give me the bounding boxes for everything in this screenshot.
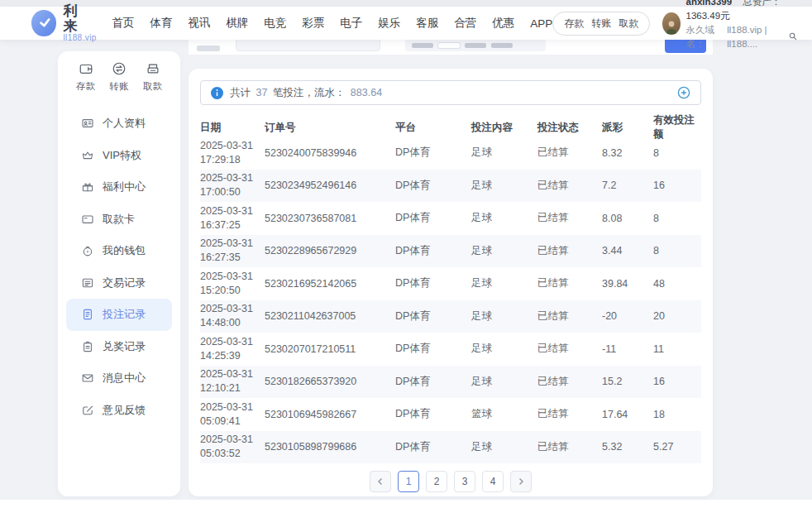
column-header: 派彩 (602, 121, 653, 135)
cell-date: 2025-03-31 14:48:00 (200, 302, 265, 330)
table-row: 2025-03-31 16:27:35 5230228965672929 DP体… (200, 235, 701, 268)
cell-bet-status: 已结算 (537, 407, 602, 421)
next-page-button[interactable] (510, 471, 532, 492)
expand-plus-icon[interactable] (677, 86, 690, 99)
quick-action[interactable]: 转账 (110, 61, 129, 93)
nav-item[interactable]: 娱乐 (378, 16, 400, 31)
column-header: 有效投注额 (653, 113, 701, 141)
cell-bet-status: 已结算 (537, 244, 602, 258)
prev-page-button[interactable] (370, 471, 391, 492)
sidebar-item[interactable]: 交易记录 (58, 267, 180, 300)
cell-bet-status: 已结算 (537, 179, 602, 193)
brand-logo-icon (31, 10, 56, 36)
cell-valid-bet: 16 (653, 376, 701, 387)
table-row: 2025-03-31 17:29:18 5230240075839946 DP体… (200, 137, 701, 170)
cell-order-number: 5230228965672929 (265, 245, 395, 256)
sidebar-item[interactable]: 兑奖记录 (58, 331, 180, 363)
quick-action-label: 存款 (76, 80, 95, 93)
summary-prefix: 共计 (230, 87, 251, 98)
cell-payout: 7.2 (602, 180, 653, 191)
nav-item[interactable]: 电竞 (264, 16, 286, 31)
cell-date: 2025-03-31 05:03:52 (200, 433, 265, 461)
nav-item[interactable]: 首页 (112, 16, 134, 31)
cell-bet-status: 已结算 (537, 342, 602, 356)
sidebar-item[interactable]: 我的钱包 (58, 235, 180, 267)
table-row: 2025-03-31 05:03:52 5230105898799686 DP体… (200, 431, 701, 464)
nav-item[interactable]: APP (530, 17, 552, 30)
cell-bet-status: 已结算 (537, 440, 602, 454)
cell-platform: DP体育 (395, 407, 471, 421)
sidebar-item[interactable]: 消息中心 (58, 362, 180, 395)
sidebar-item[interactable]: 福利中心 (58, 171, 180, 204)
cell-date: 2025-03-31 17:29:18 (200, 139, 265, 167)
cell-valid-bet: 48 (653, 278, 701, 290)
cell-valid-bet: 16 (653, 180, 701, 191)
cell-payout: 8.08 (602, 213, 653, 224)
cell-date: 2025-03-31 14:25:39 (200, 335, 265, 363)
sidebar-item[interactable]: VIP特权 (58, 140, 180, 172)
cell-date: 2025-03-31 05:09:41 (200, 400, 265, 429)
wallet-link[interactable]: 存款 (564, 17, 584, 31)
page-button[interactable]: 1 (398, 471, 419, 492)
vip-crown-icon (81, 149, 94, 162)
cell-bet-content: 足球 (471, 211, 537, 225)
wallet-link[interactable]: 取款 (619, 17, 638, 31)
sidebar-item[interactable]: 意见反馈 (58, 395, 180, 427)
wallet-quick-links: 存款转账取款 (552, 12, 650, 36)
sidebar-item-label: 意见反馈 (103, 403, 146, 418)
table-row: 2025-03-31 17:00:50 5230234952496146 DP体… (200, 170, 701, 203)
cell-bet-content: 足球 (471, 309, 537, 323)
cell-date: 2025-03-31 15:20:50 (200, 270, 265, 298)
sidebar-item[interactable]: 取款卡 (58, 204, 180, 236)
sidebar-item[interactable]: 投注记录 (66, 299, 172, 331)
table-header-row: 日期订单号平台投注内容投注状态派彩有效投注额 (200, 113, 701, 137)
cell-platform: DP体育 (395, 342, 471, 356)
cell-order-number: 5230211042637005 (265, 310, 395, 322)
cell-order-number: 5230105898799686 (265, 441, 395, 453)
nav-item[interactable]: 合营 (454, 16, 476, 31)
chevron-left-icon (376, 477, 385, 486)
cell-platform: DP体育 (395, 276, 471, 290)
pagination: 1234 (189, 471, 713, 492)
transactions-icon (81, 276, 94, 290)
user-account-block[interactable]: anxin3399 总资产： 1363.49元 永久域名： ll188.vip … (662, 0, 797, 52)
brand-domain: ll188.vip (63, 34, 98, 43)
deposit-icon (79, 61, 93, 76)
cell-date: 2025-03-31 16:27:35 (200, 237, 265, 265)
page-button[interactable]: 4 (482, 471, 504, 492)
wallet-link[interactable]: 转账 (591, 17, 611, 31)
cell-payout: 8.32 (602, 147, 653, 159)
cell-bet-status: 已结算 (537, 375, 602, 389)
avatar[interactable] (662, 12, 680, 35)
filter-date-input[interactable] (236, 40, 380, 51)
search-icon[interactable] (789, 32, 797, 42)
filter-segmented-control[interactable] (405, 40, 546, 51)
page-button[interactable]: 2 (426, 471, 447, 492)
brand-logo[interactable]: 利来 ll188.vip (31, 4, 98, 42)
nav-item[interactable]: 视讯 (188, 16, 210, 31)
sidebar-item[interactable]: 个人资料 (58, 108, 180, 140)
cell-order-number: 5230216952142065 (265, 278, 395, 290)
nav-item[interactable]: 客服 (416, 16, 438, 31)
cell-date: 2025-03-31 16:37:25 (200, 204, 265, 232)
brand-name: 利来 (63, 4, 98, 34)
cell-valid-bet: 8 (653, 213, 701, 224)
nav-item[interactable]: 电子 (340, 16, 362, 31)
column-header: 投注内容 (471, 121, 537, 135)
quick-action[interactable]: 存款 (76, 61, 95, 93)
cell-bet-content: 足球 (471, 276, 537, 290)
nav-item[interactable]: 体育 (150, 16, 172, 31)
cell-platform: DP体育 (395, 179, 471, 193)
sidebar-item-label: 取款卡 (103, 212, 135, 227)
withdraw-icon (146, 61, 160, 76)
permanent-domain-value: ll188.vip | ll188.... (727, 23, 786, 52)
nav-item[interactable]: 棋牌 (226, 16, 248, 31)
table-row: 2025-03-31 12:10:21 5230182665373920 DP体… (200, 366, 701, 399)
quick-action[interactable]: 取款 (143, 61, 162, 93)
nav-item[interactable]: 彩票 (302, 16, 324, 31)
nav-item[interactable]: 优惠 (492, 16, 514, 31)
page-button[interactable]: 3 (454, 471, 475, 492)
message-icon (81, 371, 94, 385)
bet-records-table: 日期订单号平台投注内容投注状态派彩有效投注额 2025-03-31 17:29:… (189, 113, 713, 463)
sidebar: 存款 转账 取款 个人资料 VIP特权 福利中心 (58, 51, 180, 496)
